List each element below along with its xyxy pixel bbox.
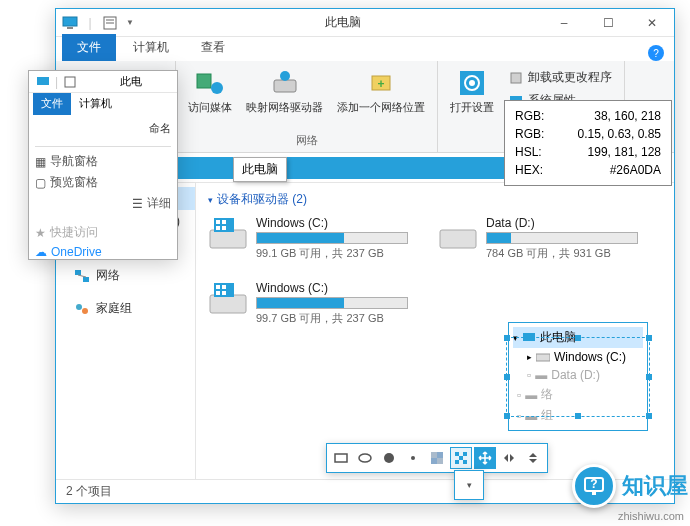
computer-icon [62, 15, 78, 31]
svg-point-25 [76, 304, 82, 310]
tool-dot-button[interactable] [402, 447, 424, 469]
sub-navpane[interactable]: ▦导航窗格 [35, 151, 171, 172]
add-location-icon: + [365, 67, 397, 99]
sub-details[interactable]: ☰详细 [35, 193, 171, 214]
sub-onedrive[interactable]: ☁OneDrive [35, 243, 171, 261]
cloud-icon: ☁ [35, 245, 47, 259]
svg-rect-5 [197, 74, 211, 88]
tool-blur-button[interactable] [426, 447, 448, 469]
uninstall-button[interactable]: 卸载或更改程序 [504, 67, 616, 88]
svg-rect-41 [65, 77, 75, 87]
tool-line-button[interactable] [378, 447, 400, 469]
window-buttons: – ☐ ✕ [542, 9, 674, 37]
media-icon [194, 67, 226, 99]
hsl-label: HSL: [515, 143, 542, 161]
tool-rect-button[interactable] [330, 447, 352, 469]
minimize-button[interactable]: – [542, 9, 586, 37]
drive-stats: 784 GB 可用，共 931 GB [486, 246, 638, 261]
sub-title: 此电 [84, 74, 177, 89]
sidebar-item-network[interactable]: 网络 [56, 264, 195, 287]
item-count: 2 个项目 [66, 483, 112, 500]
rgbf-value: 0.15, 0.63, 0.85 [578, 125, 661, 143]
tool-flip-v-button[interactable] [522, 447, 544, 469]
sidebar-item-homegroup[interactable]: 家庭组 [56, 297, 195, 320]
tab-computer[interactable]: 计算机 [118, 34, 184, 61]
svg-rect-31 [216, 226, 220, 230]
secondary-window: | 此电 文件 计算机 命名 ▦导航窗格 ▢预览窗格 ☰详细 ★快捷访问 ☁On… [28, 70, 178, 260]
drive-name: Windows (C:) [256, 281, 408, 295]
rgb-label: RGB: [515, 107, 544, 125]
logo-bubble-icon: ? [572, 464, 616, 508]
add-location-button[interactable]: + 添加一个网络位置 [333, 65, 429, 116]
sub-tab-computer[interactable]: 计算机 [71, 93, 120, 115]
svg-point-13 [469, 80, 475, 86]
quick-access-toolbar: | ▼ [56, 15, 144, 31]
svg-rect-32 [222, 226, 226, 230]
drive-stats: 99.1 GB 可用，共 237 GB [256, 246, 408, 261]
svg-point-6 [211, 82, 223, 94]
map-drive-button[interactable]: 映射网络驱动器 [242, 65, 327, 116]
sub-tab-file[interactable]: 文件 [33, 93, 71, 115]
tool-mosaic-button[interactable] [450, 447, 472, 469]
svg-rect-37 [222, 285, 226, 289]
section-header[interactable]: ▾ 设备和驱动器 (2) [208, 191, 662, 208]
drive-usage-bar [256, 297, 408, 309]
tab-file[interactable]: 文件 [62, 34, 116, 61]
svg-rect-38 [216, 291, 220, 295]
dropdown-icon[interactable]: ▼ [122, 15, 138, 31]
svg-rect-27 [210, 230, 246, 248]
sub-rename[interactable]: 命名 [35, 121, 171, 142]
drive-item[interactable]: Windows (C:) 99.1 GB 可用，共 237 GB [208, 216, 408, 261]
zhishiwu-logo: ? 知识屋 [572, 464, 688, 508]
tree-popup: ▾此电脑 ▸Windows (C:) ▫▬Data (D:) ▫▬络 ▫▬组 [508, 322, 648, 431]
svg-rect-39 [222, 291, 226, 295]
svg-point-46 [384, 453, 394, 463]
svg-rect-54 [455, 460, 459, 464]
help-icon[interactable]: ? [648, 45, 664, 61]
svg-point-26 [82, 308, 88, 314]
svg-rect-52 [463, 452, 467, 456]
access-media-button[interactable]: 访问媒体 [184, 65, 236, 116]
snipaste-toolbar [326, 443, 548, 473]
close-button[interactable]: ✕ [630, 9, 674, 37]
svg-rect-23 [83, 277, 89, 282]
rgbf-label: RGB: [515, 125, 544, 143]
tool-flip-h-button[interactable] [498, 447, 520, 469]
hsl-value: 199, 181, 128 [588, 143, 661, 161]
tool-ellipse-button[interactable] [354, 447, 376, 469]
svg-rect-30 [222, 220, 226, 224]
properties-icon[interactable] [102, 15, 118, 31]
address-tooltip: 此电脑 [233, 157, 287, 182]
svg-rect-7 [274, 80, 296, 92]
preview-icon: ▢ [35, 176, 46, 190]
selection-handles[interactable] [506, 337, 650, 417]
tool-move-button[interactable] [474, 447, 496, 469]
drive-icon [208, 216, 248, 252]
computer-icon [35, 74, 51, 90]
drive-icon [208, 281, 248, 317]
drive-item[interactable]: Data (D:) 784 GB 可用，共 931 GB [438, 216, 638, 261]
svg-rect-33 [440, 230, 476, 248]
svg-rect-53 [459, 456, 463, 460]
svg-rect-50 [437, 458, 443, 464]
hex-value: #26A0DA [610, 161, 661, 179]
sub-titlebar: | 此电 [29, 71, 177, 93]
drive-stats: 99.7 GB 可用，共 237 GB [256, 311, 408, 326]
maximize-button[interactable]: ☐ [586, 9, 630, 37]
svg-rect-22 [75, 270, 81, 275]
sub-preview[interactable]: ▢预览窗格 [35, 172, 171, 193]
tool-dropdown-button[interactable]: ▾ [458, 474, 480, 496]
drive-item[interactable]: Windows (C:) 99.7 GB 可用，共 237 GB [208, 281, 408, 326]
svg-rect-36 [216, 285, 220, 289]
svg-rect-55 [463, 460, 467, 464]
rgb-value: 38, 160, 218 [594, 107, 661, 125]
drives-grid: Windows (C:) 99.1 GB 可用，共 237 GB Data (D… [208, 216, 662, 326]
ribbon-tabs: 文件 计算机 查看 ? [56, 37, 674, 61]
sub-quickaccess[interactable]: ★快捷访问 [35, 222, 171, 243]
uninstall-icon [508, 70, 524, 86]
properties-icon[interactable] [62, 74, 78, 90]
color-picker-panel: RGB:38, 160, 218 RGB:0.15, 0.63, 0.85 HS… [504, 100, 672, 186]
open-settings-button[interactable]: 打开设置 [446, 65, 498, 116]
tab-view[interactable]: 查看 [186, 34, 240, 61]
snipaste-toolbar-2: ▾ [454, 470, 484, 500]
